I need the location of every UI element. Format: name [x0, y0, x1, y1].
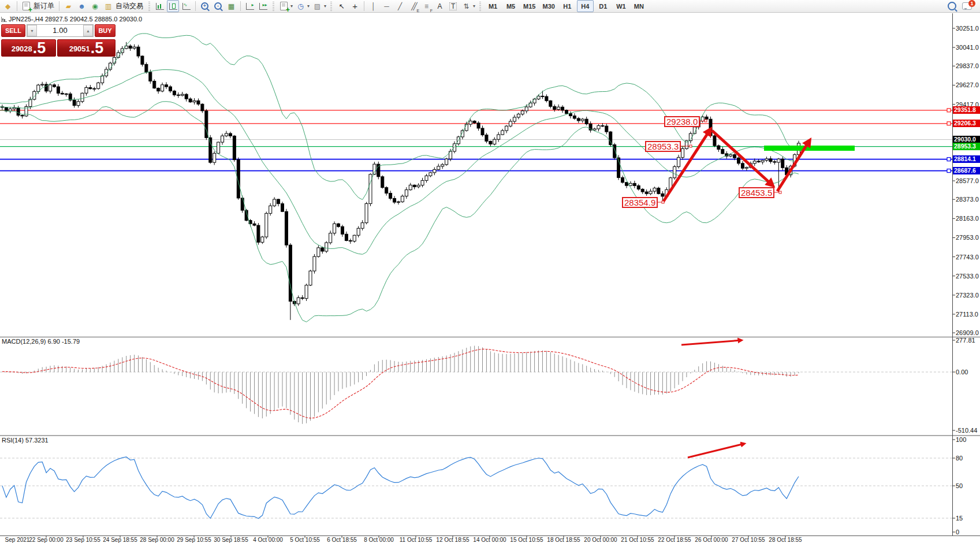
panel-separator[interactable]	[0, 435, 980, 436]
buy-price-pip: .5	[91, 40, 104, 56]
one-click-trading-widget: SELL ▼ 1.00 ▲ BUY 29028 .5 29051 .5	[1, 24, 115, 57]
text-icon[interactable]: A	[434, 0, 446, 12]
symbol-ohlc-line: JPN225-,H4 28927.5 29042.5 28885.0 29030…	[9, 16, 142, 23]
price-tag: 29206.3	[953, 120, 980, 127]
timeframe-group: M1M5M15M30H1H4D1W1MN	[484, 0, 648, 12]
profiles-icon[interactable]: ◷	[295, 0, 307, 12]
toolbar-grip[interactable]	[330, 2, 332, 11]
indicators-icon[interactable]: ▨	[311, 0, 323, 12]
timeframe-m1[interactable]: M1	[485, 0, 501, 12]
dropdown-caret-icon[interactable]: ▾	[307, 3, 310, 9]
mt4-window: ◆新订单▰☻◉▥自动交易∿+-▦▸▸▸▾◷▾▨▾↖+│─╱╱╱E≡FAT⇅▾M1…	[0, 0, 980, 543]
auto-scroll-icon[interactable]: ▸	[244, 0, 256, 12]
cursor-icon[interactable]: ↖	[336, 0, 348, 12]
price-tag: 28953.3	[953, 143, 980, 150]
timeframe-h4[interactable]: H4	[577, 0, 594, 12]
tile-windows-icon[interactable]: ▦	[225, 0, 237, 12]
price-tag: 29030.0	[953, 136, 980, 143]
panel-separator[interactable]	[0, 337, 980, 338]
toolbar-separator	[240, 1, 241, 11]
price-annotation: 29238.0	[664, 116, 700, 127]
level-drag-handle[interactable]	[947, 109, 951, 112]
new-order-label[interactable]: 新订单	[33, 1, 54, 11]
volume-value[interactable]: 1.00	[37, 25, 83, 36]
new-order-icon[interactable]	[20, 0, 32, 12]
level-drag-handle[interactable]	[947, 169, 951, 173]
price-tag: 29351.8	[953, 106, 980, 114]
rsi-trend-arrow	[688, 444, 744, 458]
toolbar: ◆新订单▰☻◉▥自动交易∿+-▦▸▸▸▾◷▾▨▾↖+│─╱╱╱E≡FAT⇅▾M1…	[0, 0, 980, 13]
zoom-out-icon[interactable]: -	[212, 0, 224, 12]
toolbar-separator	[59, 1, 59, 11]
trendline-icon[interactable]: ╱	[394, 0, 406, 12]
rsi-panel	[0, 444, 952, 519]
dropdown-caret-icon[interactable]: ▾	[473, 3, 475, 9]
autotrade-label[interactable]: 自动交易	[115, 1, 143, 11]
crosshair-icon[interactable]: +	[349, 0, 361, 12]
fibonacci-icon[interactable]: ≡F	[420, 0, 433, 12]
toolbar-grip[interactable]	[273, 2, 274, 11]
search-icon[interactable]	[948, 2, 956, 10]
toolbar-separator	[17, 1, 17, 11]
autotrade-icon[interactable]: ▥	[102, 0, 114, 12]
price-tag: 28687.6	[953, 167, 980, 174]
toolbar-grip[interactable]	[148, 2, 150, 11]
sell-price-pip: .5	[33, 40, 46, 56]
timeframe-m30[interactable]: M30	[539, 0, 557, 12]
channel-icon[interactable]: ╱╱E	[407, 0, 419, 12]
sell-price-button[interactable]: 29028 .5	[1, 39, 56, 57]
candlestick-mode-icon[interactable]	[167, 0, 179, 12]
chart-canvas	[0, 0, 980, 543]
price-annotation: 28453.5	[739, 187, 774, 198]
timeframe-mn[interactable]: MN	[631, 0, 647, 12]
macd-panel	[0, 340, 952, 424]
macd-trend-arrow	[681, 340, 741, 345]
toolbar-separator	[195, 1, 196, 11]
signals-icon[interactable]: ◉	[89, 0, 101, 12]
symbol-chart-icon	[1, 17, 7, 22]
sell-price-main: 29028	[12, 42, 32, 56]
notifications-icon[interactable]: 1	[962, 2, 972, 10]
price-annotation: 28354.9	[622, 197, 658, 208]
toolbar-separator	[364, 1, 364, 11]
price-annotation: 28953.3	[645, 141, 681, 152]
macd-label: MACD(12,26,9) 6.90 -15.79	[2, 338, 80, 345]
toolbar-right: 1	[948, 2, 980, 10]
buy-price-main: 29051	[69, 42, 90, 56]
notification-badge: 1	[968, 0, 975, 7]
clipped-edge-icon: ◆	[2, 0, 14, 12]
chart-shift-icon[interactable]: ▸▸	[257, 0, 269, 12]
level-drag-handle[interactable]	[947, 158, 951, 161]
trend-arrows	[663, 129, 810, 202]
timeframe-w1[interactable]: W1	[613, 0, 629, 12]
main-chart-panel	[0, 34, 952, 322]
gold-icon[interactable]: ▰	[62, 0, 74, 12]
line-chart-mode-icon[interactable]: ∿	[180, 0, 192, 12]
buy-price-button[interactable]: 29051 .5	[57, 39, 115, 57]
toolbar-grip[interactable]	[479, 2, 481, 11]
dropdown-caret-icon[interactable]: ▾	[324, 3, 326, 9]
text-label-icon[interactable]: T	[447, 0, 459, 12]
timeframe-m5[interactable]: M5	[502, 0, 519, 12]
new-chart-icon[interactable]	[278, 0, 290, 12]
sell-button[interactable]: SELL	[1, 24, 25, 37]
buy-button[interactable]: BUY	[95, 24, 115, 37]
rsi-label: RSI(14) 57.3231	[2, 437, 49, 444]
price-tag: 28814.1	[953, 155, 980, 163]
timeframe-d1[interactable]: D1	[595, 0, 612, 12]
volume-down-button[interactable]: ▼	[27, 25, 37, 36]
arrows-tool-icon[interactable]: ⇅	[460, 0, 472, 12]
timeframe-h1[interactable]: H1	[559, 0, 576, 12]
level-drag-handle[interactable]	[947, 122, 951, 125]
volume-up-button[interactable]: ▲	[83, 25, 93, 36]
community-icon[interactable]: ☻	[76, 0, 88, 12]
green-highlight-bar	[764, 146, 855, 151]
zoom-in-icon[interactable]: +	[199, 0, 211, 12]
dropdown-caret-icon[interactable]: ▾	[290, 3, 293, 9]
vertical-line-icon[interactable]: │	[367, 0, 379, 12]
bar-chart-mode-icon[interactable]	[154, 0, 166, 12]
volume-control: ▼ 1.00 ▲	[27, 24, 94, 37]
horizontal-line-icon[interactable]: ─	[381, 0, 393, 12]
timeframe-m15[interactable]: M15	[520, 0, 538, 12]
